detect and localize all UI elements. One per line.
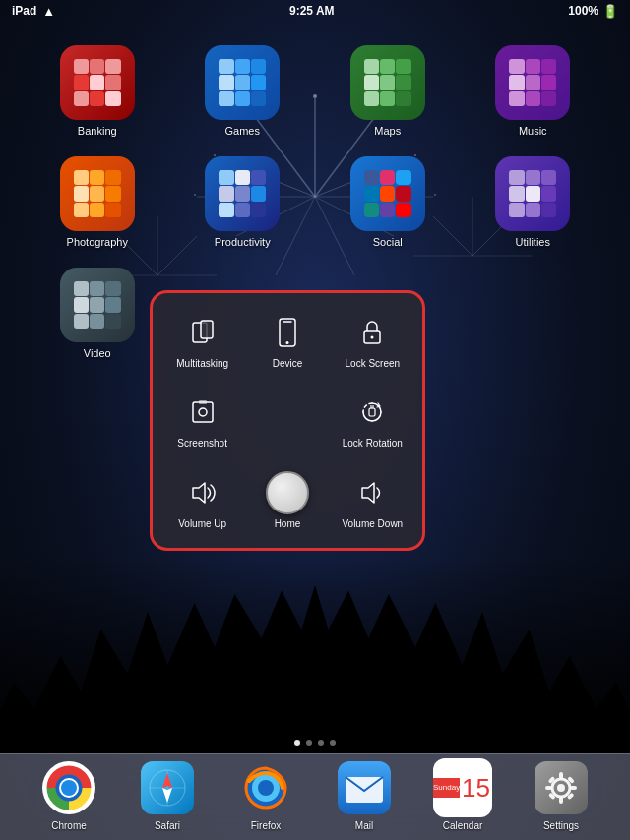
- svg-rect-35: [193, 402, 213, 422]
- dock-label-calendar: Calendar: [443, 820, 483, 831]
- app-maps[interactable]: Maps: [320, 45, 456, 137]
- svg-point-34: [371, 336, 374, 339]
- dock: Chrome Safari: [0, 753, 630, 840]
- status-bar: iPad ▲ 9:25 AM 100% 🔋: [0, 0, 630, 22]
- app-music[interactable]: Music: [466, 45, 601, 137]
- app-icon-games: [205, 45, 280, 120]
- dock-label-settings: Settings: [543, 820, 579, 831]
- at-screenshot-label: Screenshot: [177, 438, 227, 450]
- at-volumedown-button[interactable]: Volume Down: [333, 463, 412, 538]
- page-dot-4[interactable]: [330, 740, 336, 746]
- home-icon: [266, 471, 309, 514]
- screenshot-icon: [181, 390, 224, 434]
- at-screenshot-button[interactable]: Screenshot: [162, 383, 242, 457]
- dock-chrome[interactable]: Chrome: [39, 758, 98, 831]
- trees-silhouette: [0, 557, 630, 753]
- at-lockrotation-button[interactable]: Lock Rotation: [333, 383, 412, 457]
- at-multitasking-button[interactable]: Multitasking: [162, 303, 242, 378]
- svg-point-31: [285, 341, 288, 344]
- svg-rect-59: [559, 772, 563, 779]
- device-name: iPad: [12, 4, 36, 18]
- svg-rect-62: [570, 786, 577, 790]
- dock-icon-firefox: [236, 758, 295, 817]
- app-icon-music: [495, 45, 570, 120]
- app-label-music: Music: [519, 125, 547, 137]
- device-icon: [266, 311, 309, 354]
- app-icon-banking: [60, 45, 135, 120]
- dock-icon-safari: [138, 758, 197, 817]
- app-icon-video: [60, 268, 135, 342]
- at-home-button[interactable]: Home: [247, 463, 327, 538]
- app-icon-utilities: [495, 156, 570, 231]
- dock-label-mail: Mail: [355, 820, 373, 831]
- status-time: 9:25 AM: [289, 4, 335, 18]
- at-empty-center: [247, 383, 327, 457]
- at-lockrotation-label: Lock Rotation: [343, 438, 403, 450]
- dock-icon-calendar: Sunday 15: [433, 758, 492, 817]
- at-home-label: Home: [275, 518, 301, 530]
- svg-point-53: [258, 780, 274, 796]
- app-label-video: Video: [84, 347, 111, 359]
- svg-rect-29: [201, 321, 213, 338]
- app-games[interactable]: Games: [175, 45, 311, 137]
- app-photography[interactable]: Photography: [30, 156, 165, 248]
- app-icon-maps: [350, 45, 425, 120]
- battery-icon: 🔋: [602, 4, 618, 19]
- dock-calendar[interactable]: Sunday 15 Calendar: [433, 758, 492, 831]
- wifi-icon: ▲: [42, 4, 55, 19]
- svg-point-58: [557, 784, 565, 792]
- page-dot-2[interactable]: [306, 740, 312, 746]
- page-dot-3[interactable]: [318, 740, 324, 746]
- at-lockscreen-button[interactable]: Lock Screen: [333, 303, 412, 378]
- dock-settings[interactable]: Settings: [532, 758, 591, 831]
- app-label-banking: Banking: [78, 125, 117, 137]
- dock-label-firefox: Firefox: [251, 820, 282, 831]
- app-utilities[interactable]: Utilities: [466, 156, 601, 248]
- app-icon-social: [350, 156, 425, 231]
- at-volumeup-label: Volume Up: [178, 518, 226, 530]
- svg-point-36: [199, 408, 207, 416]
- dock-label-safari: Safari: [155, 820, 180, 831]
- app-social[interactable]: Social: [320, 156, 456, 248]
- svg-rect-38: [369, 408, 375, 416]
- dock-icon-mail: [335, 758, 394, 817]
- app-video[interactable]: Video: [30, 268, 165, 359]
- volume-down-icon: [350, 471, 394, 514]
- calendar-day-label: Sunday: [433, 783, 460, 792]
- dock-firefox[interactable]: Firefox: [236, 758, 295, 831]
- app-label-productivity: Productivity: [215, 236, 271, 248]
- app-icon-productivity: [205, 156, 280, 231]
- svg-marker-39: [193, 483, 205, 503]
- battery-percent: 100%: [568, 4, 598, 18]
- calendar-date: 15: [462, 775, 490, 801]
- at-multitasking-label: Multitasking: [176, 358, 228, 370]
- at-volumeup-button[interactable]: Volume Up: [162, 463, 242, 538]
- app-banking[interactable]: Banking: [30, 45, 165, 137]
- app-label-maps: Maps: [374, 125, 401, 137]
- page-dot-1[interactable]: [294, 740, 300, 746]
- app-icon-photography: [60, 156, 135, 231]
- dock-icon-chrome: [39, 758, 98, 817]
- assistive-touch-panel: Multitasking Device Lock Screen: [150, 290, 425, 551]
- status-left: iPad ▲: [12, 4, 55, 19]
- multitasking-icon: [181, 311, 224, 354]
- page-dots: [0, 740, 630, 746]
- app-label-social: Social: [373, 236, 403, 248]
- dock-mail[interactable]: Mail: [335, 758, 394, 831]
- dock-label-chrome: Chrome: [51, 820, 87, 831]
- at-device-label: Device: [273, 358, 303, 370]
- at-device-button[interactable]: Device: [247, 303, 327, 378]
- at-volumedown-label: Volume Down: [342, 518, 403, 530]
- lock-rotation-icon: [350, 390, 394, 434]
- lock-screen-icon: [350, 311, 394, 354]
- app-label-games: Games: [225, 125, 260, 137]
- dock-safari[interactable]: Safari: [138, 758, 197, 831]
- svg-rect-61: [545, 786, 552, 790]
- dock-icon-settings: [532, 758, 591, 817]
- app-label-utilities: Utilities: [516, 236, 550, 248]
- svg-rect-37: [199, 400, 207, 404]
- app-productivity[interactable]: Productivity: [175, 156, 311, 248]
- svg-rect-60: [559, 797, 563, 804]
- svg-marker-40: [362, 483, 374, 503]
- status-right: 100% 🔋: [568, 4, 618, 19]
